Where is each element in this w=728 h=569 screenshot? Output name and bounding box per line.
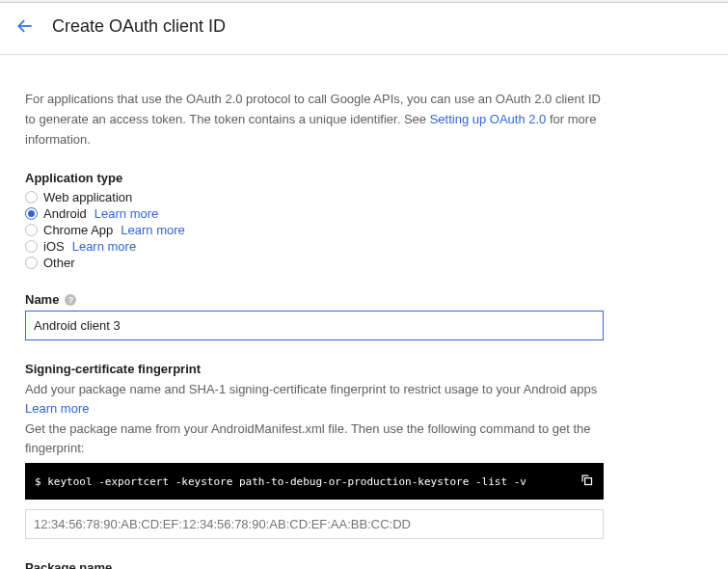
learn-more-link[interactable]: Learn more	[72, 239, 136, 254]
learn-more-link[interactable]: Learn more	[121, 223, 184, 237]
help-icon[interactable]: ?	[65, 294, 76, 306]
radio-web-application[interactable]: Web application	[25, 189, 611, 205]
intro-text: For applications that use the OAuth 2.0 …	[25, 90, 611, 149]
page-title: Create OAuth client ID	[52, 16, 226, 37]
radio-icon[interactable]	[25, 191, 38, 203]
radio-android[interactable]: Android Learn more	[25, 205, 611, 222]
learn-more-link[interactable]: Learn more	[94, 206, 158, 221]
radio-icon[interactable]	[25, 240, 38, 253]
fingerprint-input[interactable]	[25, 509, 604, 539]
content: For applications that use the OAuth 2.0 …	[0, 55, 636, 569]
name-label-text: Name	[25, 292, 59, 307]
command-prefix: $	[35, 475, 47, 488]
radio-chrome-app[interactable]: Chrome App Learn more	[25, 222, 611, 238]
keytool-command-block: $ keytool -exportcert -keystore path-to-…	[25, 463, 604, 500]
radio-ios[interactable]: iOS Learn more	[25, 238, 611, 255]
radio-label: Chrome App	[43, 223, 113, 237]
radio-label: iOS	[43, 239, 65, 254]
radio-label: Other	[43, 256, 75, 270]
setup-oauth-link[interactable]: Setting up OAuth 2.0	[430, 112, 547, 126]
svg-rect-1	[585, 478, 592, 485]
app-type-label: Application type	[25, 171, 611, 185]
fingerprint-section: Signing-certificate fingerprint Add your…	[25, 362, 611, 539]
keytool-command: $ keytool -exportcert -keystore path-to-…	[35, 475, 526, 488]
name-input[interactable]	[25, 311, 604, 340]
header: Create OAuth client ID	[0, 3, 728, 55]
radio-icon[interactable]	[25, 224, 38, 236]
radio-label: Web application	[43, 190, 132, 204]
radio-label: Android	[43, 206, 87, 221]
name-label: Name ?	[25, 292, 611, 307]
radio-other[interactable]: Other	[25, 255, 611, 271]
fingerprint-learn-more-link[interactable]: Learn more	[25, 401, 89, 416]
fingerprint-label: Signing-certificate fingerprint	[25, 362, 611, 376]
fingerprint-helper: Add your package name and SHA-1 signing-…	[25, 380, 611, 418]
command-text: keytool -exportcert -keystore path-to-de…	[47, 475, 526, 488]
app-type-radio-group: Web application Android Learn more Chrom…	[25, 189, 611, 271]
radio-icon[interactable]	[25, 257, 38, 269]
fingerprint-helper2: Get the package name from your AndroidMa…	[25, 420, 611, 457]
package-section: Package name From your AndroidManifest.x…	[25, 560, 611, 569]
radio-icon[interactable]	[25, 207, 38, 220]
fingerprint-helper-before: Add your package name and SHA-1 signing-…	[25, 382, 597, 396]
copy-icon[interactable]	[580, 473, 594, 490]
back-arrow-icon[interactable]	[15, 16, 35, 39]
package-label: Package name	[25, 560, 611, 569]
